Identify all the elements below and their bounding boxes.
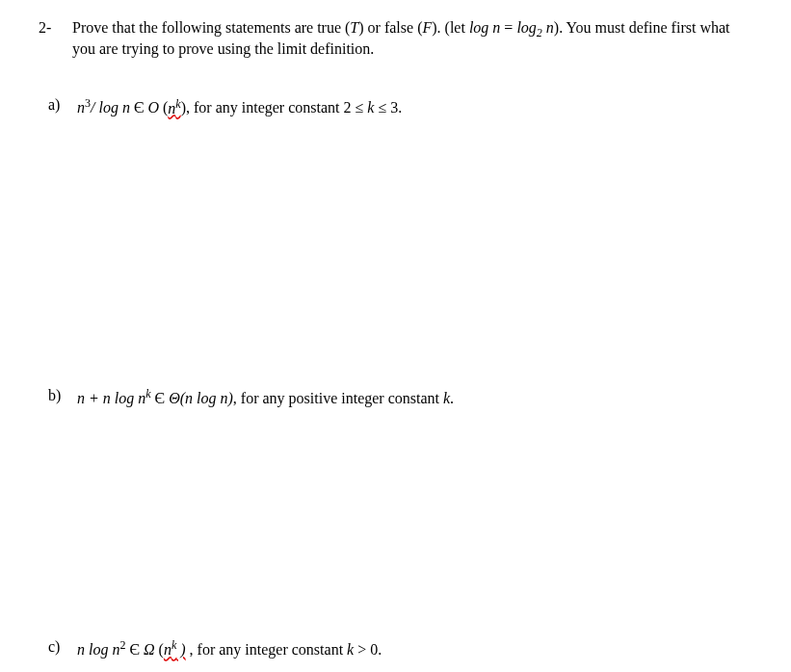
part-a: a) n3/ log n Є O (nk), for any integer c… xyxy=(48,96,752,116)
q-log2n: log xyxy=(516,19,536,36)
a-in: Є xyxy=(134,100,145,116)
question-number: 2- xyxy=(39,19,72,58)
c-nk-close: ) xyxy=(176,641,185,658)
c-text: , for any integer constant xyxy=(186,641,348,658)
q-logn: log n xyxy=(469,19,500,36)
part-b: b) n + n log nk Є Θ(n log n), for any po… xyxy=(48,387,752,407)
a-nk: nk xyxy=(168,100,180,116)
b-text: , for any positive integer constant xyxy=(233,390,443,406)
part-c: c) n log n2 Є Ω (nk ) , for any integer … xyxy=(48,638,752,659)
part-b-text: n + n log nk Є Θ(n log n), for any posit… xyxy=(77,387,752,407)
part-c-text: n log n2 Є Ω (nk ) , for any integer con… xyxy=(77,638,752,659)
question-text: Prove that the following statements are … xyxy=(72,19,752,58)
b-theta: Θ xyxy=(169,390,180,406)
question-header: 2- Prove that the following statements a… xyxy=(39,19,752,58)
c-text2: > 0. xyxy=(354,641,382,658)
q-text-1: Prove that the following statements are … xyxy=(72,19,350,36)
a-text: , for any integer constant 2 ≤ xyxy=(186,100,367,116)
part-c-label: c) xyxy=(48,638,77,659)
a-n: n xyxy=(77,100,85,116)
c-nk: nk ) xyxy=(164,641,186,658)
c-nk-n: n xyxy=(164,641,171,658)
b-in: Є xyxy=(151,390,170,406)
b-period: . xyxy=(450,390,454,406)
b-expr1: n + n log n xyxy=(77,390,145,406)
part-a-text: n3/ log n Є O (nk), for any integer cons… xyxy=(77,96,752,116)
q-F: F xyxy=(422,19,432,36)
c-paren-open: ( xyxy=(155,641,164,658)
q-log2n-after: n xyxy=(542,19,554,36)
part-b-label: b) xyxy=(48,387,77,407)
q-T: T xyxy=(350,19,358,36)
a-O: O xyxy=(147,100,159,116)
c-expr1: n log n xyxy=(77,641,119,658)
b-expr2: (n log n) xyxy=(180,390,233,406)
a-text2: ≤ 3. xyxy=(374,100,402,116)
c-omega: Ω xyxy=(144,641,155,658)
c-in: Є xyxy=(125,641,144,658)
q-text-2: ) or false ( xyxy=(358,19,422,36)
a-mid: / log n xyxy=(91,100,134,116)
a-paren-open: ( xyxy=(159,100,168,116)
part-a-label: a) xyxy=(48,96,77,116)
q-text-3: ). (let xyxy=(432,19,469,36)
q-eq: = xyxy=(500,19,516,36)
